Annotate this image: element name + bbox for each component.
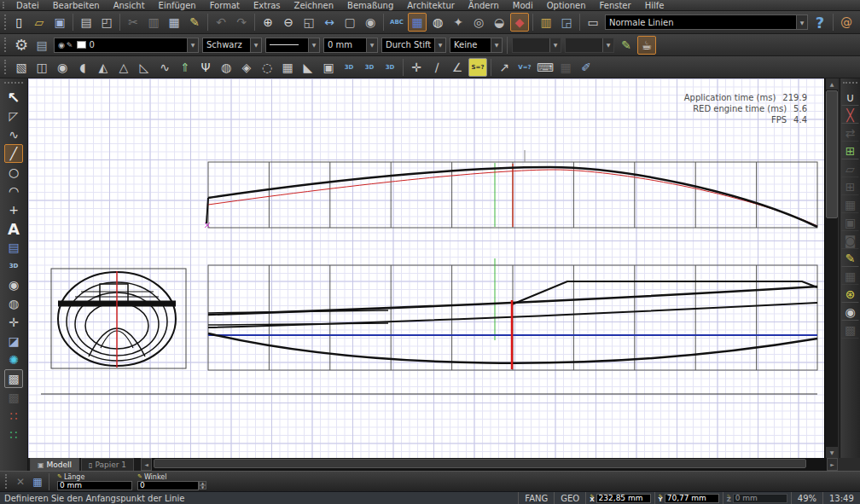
line-tool-icon[interactable]: ╱	[4, 144, 23, 163]
menu-item-extras[interactable]: Extras	[247, 0, 288, 11]
zoom-full-icon[interactable]: ◉	[361, 13, 380, 32]
zoom-page-icon[interactable]: ▢	[340, 13, 359, 32]
address-book-icon[interactable]: @	[837, 13, 856, 32]
3d-wedge-icon[interactable]: ◺	[135, 58, 154, 77]
zoom-window-icon[interactable]: ◱	[299, 13, 318, 32]
sketch-tool-icon[interactable]: ∿	[4, 125, 23, 144]
3d-pyramid-icon[interactable]: △	[114, 58, 133, 77]
menu-item-bearbeiten[interactable]: Bearbeiten	[46, 0, 107, 11]
keyboard-entry-icon[interactable]: ⌨	[536, 58, 555, 77]
profile-tool-icon[interactable]: ∪	[841, 88, 859, 106]
format-painter-icon[interactable]: ✎	[185, 13, 204, 32]
print-icon[interactable]: ▤	[77, 13, 96, 32]
copy-entities-tool-icon[interactable]: ⊞	[841, 142, 859, 159]
help-pointer-icon[interactable]: ?	[811, 13, 829, 32]
scroll-down-button[interactable]: ▼	[826, 447, 838, 458]
save-file-icon[interactable]: ▣	[50, 13, 69, 32]
3d-bend-icon[interactable]: 3D	[381, 58, 399, 77]
3d-sweep-icon[interactable]: ◍	[217, 58, 235, 77]
zoom-out-icon[interactable]: ⊖	[279, 13, 298, 32]
3d-revolve-icon[interactable]: Ψ	[196, 58, 215, 77]
3d-extrude-icon[interactable]: ⇑	[176, 58, 195, 77]
luminances-icon[interactable]: ◒	[490, 13, 508, 32]
camera-view-tool-icon[interactable]: ◉	[841, 303, 859, 321]
menu-item-fenster[interactable]: Fenster	[593, 0, 638, 11]
toolbar-grip[interactable]	[843, 82, 857, 86]
chevron-down-icon[interactable]: ▼	[796, 15, 807, 29]
x-coordinate-input[interactable]	[596, 494, 651, 503]
measure-angle-icon[interactable]: ∠	[448, 58, 467, 77]
menu-item-optionen[interactable]: Optionen	[540, 0, 593, 11]
hatch-combo[interactable]: Keine ▼	[450, 38, 503, 53]
point-tool-icon[interactable]: +	[4, 200, 23, 219]
select-tool-icon[interactable]: ↖	[4, 88, 23, 107]
zoom-in-icon[interactable]: ⊕	[259, 13, 277, 32]
render-style-combo[interactable]: Normale Linien ▼	[605, 14, 808, 30]
finish-surface-icon[interactable]: ✐	[577, 58, 596, 77]
chevron-down-icon[interactable]: ▼	[250, 38, 261, 52]
menu-item-datei[interactable]: Datei	[9, 0, 46, 11]
3d-helix-icon[interactable]: ∿	[155, 58, 174, 77]
vertical-scrollbar[interactable]: ▲ ▼	[824, 78, 838, 458]
toolbar-grip[interactable]	[4, 14, 6, 30]
geo-toggle[interactable]: GEO	[554, 492, 585, 504]
chevron-down-icon[interactable]: ▼	[434, 38, 445, 52]
drag-mode-icon[interactable]: ▭	[584, 13, 602, 32]
hscroll-left-button[interactable]: ◄	[141, 458, 152, 471]
winkel-spinner[interactable]: ▲▼	[199, 481, 206, 490]
drawing-canvas[interactable]: Application time (ms)219.9 RED engine ti…	[28, 78, 824, 458]
3d-box-icon[interactable]: ▧	[12, 58, 31, 77]
text-tool-icon[interactable]: A	[4, 219, 23, 238]
3d-cone-icon[interactable]: ◭	[94, 58, 113, 77]
cylinder-tool-icon[interactable]: ◍	[4, 294, 23, 313]
menu-item-hilfe[interactable]: Hilfe	[638, 0, 671, 11]
laenge-input[interactable]	[57, 481, 132, 490]
point-grid-mode-icon[interactable]: ▦	[408, 13, 427, 32]
menu-item--ndern[interactable]: Ändern	[462, 0, 506, 11]
print-preview-icon[interactable]: ◰	[97, 13, 116, 32]
open-file-icon[interactable]: ▱	[30, 13, 49, 32]
pen-color-combo[interactable]: Schwarz ▼	[202, 38, 262, 53]
3d-stack-icon[interactable]: ▣	[319, 58, 338, 77]
annotate-pen-tool-icon[interactable]: ✎	[841, 249, 859, 267]
vertical-scroll-thumb[interactable]	[826, 90, 838, 218]
menu-item-bema-ung[interactable]: Bemaßung	[340, 0, 400, 11]
chevron-down-icon[interactable]: ▼	[491, 38, 502, 52]
materials-pitcher-icon[interactable]: ◍	[428, 13, 447, 32]
cameras-icon[interactable]: ◎	[469, 13, 488, 32]
new-file-icon[interactable]: ▯	[9, 13, 28, 32]
tab-papier-1[interactable]: ▯ Papier 1	[81, 458, 134, 471]
snap-grid-b-icon[interactable]: ∷	[4, 426, 23, 444]
horizontal-scroll-thumb[interactable]	[154, 459, 806, 468]
layer-combo[interactable]: ◉ ✎ 0 ▼	[54, 38, 199, 53]
3d-washer-icon[interactable]: ◌	[258, 58, 276, 77]
toolbar-grip[interactable]	[4, 38, 9, 53]
spell-check-icon[interactable]: ABC	[387, 13, 406, 32]
3d-hemisphere-icon[interactable]: ◖	[73, 58, 92, 77]
chevron-down-icon[interactable]: ▼	[366, 38, 377, 52]
calculator-icon[interactable]: ▦	[29, 473, 46, 490]
pan-tool-icon[interactable]: ✛	[4, 313, 23, 332]
layer-manager-icon[interactable]: ▤	[32, 36, 51, 55]
pin-icon[interactable]: ✎	[57, 473, 62, 481]
y-coordinate-input[interactable]	[665, 494, 719, 503]
chevron-down-icon[interactable]: ▼	[187, 38, 198, 52]
render-sphere-tool-icon[interactable]: ◉	[4, 275, 23, 294]
measure-3d-icon[interactable]: ↗	[495, 58, 514, 77]
line-width-combo[interactable]: 0 mm ▼	[323, 38, 378, 53]
zoom-level[interactable]: 49%	[791, 492, 822, 504]
scroll-up-button[interactable]: ▲	[826, 78, 838, 90]
image-tool-icon[interactable]: ▤	[4, 238, 23, 257]
zoom-extents-icon[interactable]: ↔	[320, 13, 339, 32]
measure-coordinate-icon[interactable]: ✛	[407, 58, 426, 77]
blocks-tool-icon[interactable]: ▩	[4, 369, 23, 388]
snap-toggle[interactable]: FANG	[518, 492, 554, 504]
tab-modell[interactable]: ▣ Modell	[30, 458, 79, 471]
edit-properties-pen-icon[interactable]: ✎	[617, 36, 636, 55]
menu-item-zeichnen[interactable]: Zeichnen	[288, 0, 340, 11]
measure-volume-icon[interactable]: V=?	[515, 58, 534, 77]
inspector-grip[interactable]	[5, 474, 9, 488]
3d-cube-icon[interactable]: ◫	[32, 58, 51, 77]
menu-item-modi[interactable]: Modi	[506, 0, 540, 11]
menu-item-format[interactable]: Format	[203, 0, 247, 11]
